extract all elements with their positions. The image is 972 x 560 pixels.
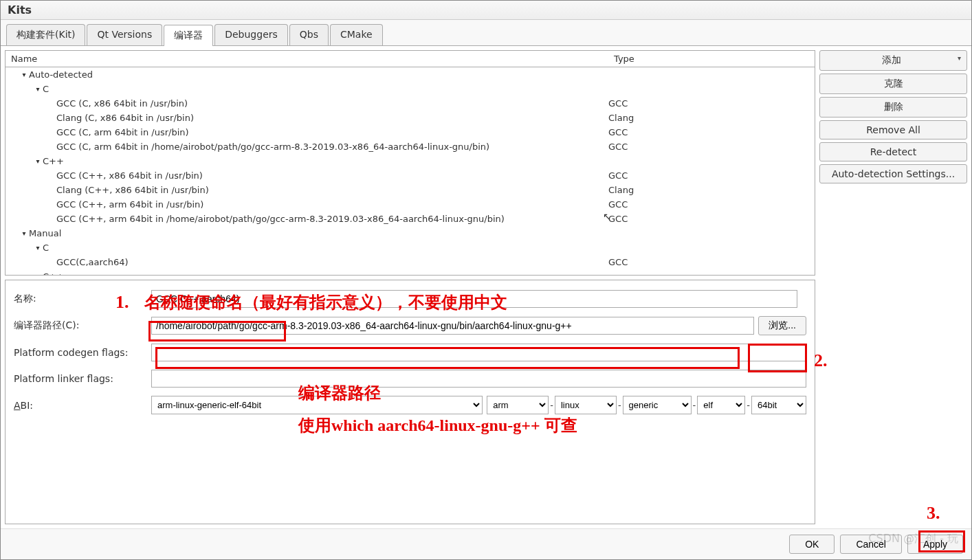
tab-1[interactable]: Qt Versions (87, 24, 162, 45)
delete-button[interactable]: 删除 (819, 97, 967, 117)
tree-item-type: Clang (608, 183, 815, 197)
name-input[interactable] (151, 290, 797, 308)
abi-label: ABI: (14, 400, 151, 411)
tree-item-label: C++ (43, 270, 64, 275)
tree-item-label: Manual (29, 227, 61, 240)
tree-row[interactable]: ▾Auto-detected (5, 67, 815, 82)
tab-3[interactable]: Debuggers (214, 24, 288, 45)
abi-os-select[interactable]: linux (555, 396, 617, 414)
abi-arch-select[interactable]: arm (487, 396, 549, 414)
expand-icon[interactable]: ▾ (33, 82, 43, 96)
tree-item-label: C (43, 241, 49, 254)
auto-detection-settings-button[interactable]: Auto-detection Settings... (819, 164, 967, 183)
tree-item-type: GCC (608, 126, 815, 139)
tree-item-label: GCC (C, arm 64bit in /home/airobot/path/… (56, 140, 489, 153)
add-button[interactable]: 添加 (819, 50, 967, 71)
compiler-path-label: 编译器路径(C): (14, 320, 151, 332)
header-name[interactable]: Name (5, 51, 608, 67)
tab-4[interactable]: Qbs (289, 24, 329, 45)
tree-row[interactable]: Clang (C++, x86 64bit in /usr/bin)Clang (5, 183, 815, 197)
tree-item-label: GCC (C++, arm 64bit in /usr/bin) (56, 198, 203, 211)
compiler-path-input[interactable] (151, 317, 754, 335)
abi-width-select[interactable]: 64bit (751, 396, 806, 414)
linker-flags-label: Platform linker flags: (14, 373, 151, 384)
remove-all-button[interactable]: Remove All (819, 120, 967, 139)
tree-item-type: GCC (608, 212, 815, 225)
compiler-form: 名称: 编译器路径(C): 浏览... Platform codegen fla… (5, 280, 815, 524)
tree-row[interactable]: ▾C++ (5, 154, 815, 168)
tree-item-label: GCC (C++, arm 64bit in /home/airobot/pat… (56, 212, 505, 225)
expand-icon[interactable]: ▾ (33, 155, 43, 168)
side-button-panel: 添加 克隆 删除 Remove All Re-detect Auto-detec… (819, 50, 967, 524)
tree-row[interactable]: Clang (C, x86 64bit in /usr/bin)Clang (5, 111, 815, 125)
dialog-button-bar: OK Cancel Apply (1, 528, 971, 559)
tree-item-label: GCC (C, x86 64bit in /usr/bin) (56, 97, 188, 110)
browse-button[interactable]: 浏览... (758, 316, 806, 335)
tree-item-type (608, 68, 815, 81)
tree-row[interactable]: GCC (C++, x86 64bit in /usr/bin)GCC (5, 168, 815, 183)
redetect-button[interactable]: Re-detect (819, 142, 967, 161)
tree-item-label: Clang (C++, x86 64bit in /usr/bin) (56, 183, 209, 197)
tab-0[interactable]: 构建套件(Kit) (6, 24, 85, 45)
tree-item-type: GCC (608, 198, 815, 211)
tree-item-type (608, 241, 815, 254)
expand-icon[interactable]: ▾ (33, 270, 43, 275)
tree-row[interactable]: GCC (C++, arm 64bit in /home/airobot/pat… (5, 212, 815, 226)
tree-item-label: Clang (C, x86 64bit in /usr/bin) (56, 111, 194, 124)
ok-button[interactable]: OK (789, 535, 835, 554)
tree-item-label: C++ (43, 155, 64, 168)
tree-item-type: GCC (608, 140, 815, 153)
tab-5[interactable]: CMake (330, 24, 383, 45)
tree-item-label: C (43, 82, 49, 96)
tree-item-type (608, 155, 815, 168)
tree-item-type: GCC (608, 169, 815, 182)
tree-item-type: Clang (608, 111, 815, 124)
tree-row[interactable]: ▾Manual (5, 226, 815, 240)
tree-row[interactable]: GCC (C, x86 64bit in /usr/bin)GCC (5, 96, 815, 111)
tree-row[interactable]: ▾C (5, 82, 815, 96)
tree-row[interactable]: GCC (C, arm 64bit in /usr/bin)GCC (5, 125, 815, 139)
tree-row[interactable]: ▾C++ (5, 269, 815, 275)
tree-item-type: GCC (608, 97, 815, 110)
abi-flavor-select[interactable]: generic (623, 396, 692, 414)
tab-bar: 构建套件(Kit)Qt Versions编译器DebuggersQbsCMake (1, 20, 971, 46)
codegen-flags-label: Platform codegen flags: (14, 347, 151, 358)
tree-row[interactable]: ▾C (5, 240, 815, 255)
name-label: 名称: (14, 293, 151, 305)
tree-item-type (608, 82, 815, 96)
header-type[interactable]: Type (608, 51, 815, 67)
codegen-flags-input[interactable] (151, 344, 806, 361)
content-area: Name Type ▾Auto-detected▾CGCC (C, x86 64… (1, 46, 971, 528)
expand-icon[interactable]: ▾ (19, 227, 29, 240)
linker-flags-input[interactable] (151, 370, 806, 388)
tree-item-label: Auto-detected (29, 68, 93, 81)
clone-button[interactable]: 克隆 (819, 74, 967, 94)
tree-row[interactable]: GCC(C,aarch64)GCC (5, 255, 815, 269)
tree-row[interactable]: GCC (C++, arm 64bit in /usr/bin)GCC (5, 197, 815, 212)
expand-icon[interactable]: ▾ (33, 241, 43, 254)
tree-row[interactable]: GCC (C, arm 64bit in /home/airobot/path/… (5, 139, 815, 154)
tree-body[interactable]: ▾Auto-detected▾CGCC (C, x86 64bit in /us… (5, 67, 815, 275)
expand-icon[interactable]: ▾ (19, 68, 29, 81)
tree-item-label: GCC (C++, x86 64bit in /usr/bin) (56, 169, 203, 182)
compiler-tree: Name Type ▾Auto-detected▾CGCC (C, x86 64… (5, 50, 815, 276)
tree-item-label: GCC(C,aarch64) (56, 256, 129, 269)
tree-item-type (608, 227, 815, 240)
tree-item-type (608, 270, 815, 275)
tab-2[interactable]: 编译器 (164, 25, 213, 46)
window-title: Kits (1, 1, 971, 20)
cancel-button[interactable]: Cancel (840, 535, 902, 554)
kits-window: Kits 构建套件(Kit)Qt Versions编译器DebuggersQbs… (0, 0, 972, 560)
abi-format-select[interactable]: elf (697, 396, 745, 414)
left-panel: Name Type ▾Auto-detected▾CGCC (C, x86 64… (5, 50, 815, 524)
tree-header: Name Type (5, 51, 815, 67)
tree-item-label: GCC (C, arm 64bit in /usr/bin) (56, 126, 189, 139)
abi-main-select[interactable]: arm-linux-generic-elf-64bit (151, 396, 483, 414)
tree-item-type: GCC (608, 256, 815, 269)
apply-button[interactable]: Apply (907, 535, 963, 554)
